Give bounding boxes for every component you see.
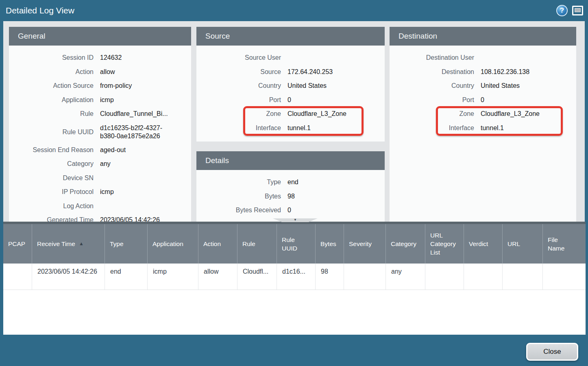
cell-category: any [385, 264, 425, 290]
column-header-bytes[interactable]: Bytes [315, 224, 344, 264]
field-label: Zone [390, 110, 474, 118]
field-value: any [100, 160, 111, 168]
field-label: Country [196, 82, 281, 89]
field-label: Action [9, 68, 94, 76]
field-label: Rule UUID [9, 129, 94, 136]
cell-verdict [464, 264, 502, 290]
cell-url-category-list [425, 264, 464, 290]
field-value: United States [481, 82, 520, 89]
column-header-severity[interactable]: Severity [344, 224, 385, 264]
field-destination-country: CountryUnited States [390, 79, 576, 93]
field-label: Device SN [9, 174, 94, 182]
panel-details: Details Typeend Bytes98 Bytes Received0 [196, 151, 385, 222]
help-icon[interactable]: ? [556, 5, 568, 16]
panel-details-header: Details [196, 151, 385, 170]
maximize-window-icon[interactable] [572, 6, 583, 15]
field-action: Actionallow [9, 65, 191, 79]
window-glyph [575, 8, 581, 12]
titlebar-icons: ? [556, 5, 583, 16]
field-bytes-received: Bytes Received0 [196, 203, 385, 218]
column-header-rule-uuid[interactable]: Rule UUID [277, 224, 315, 264]
field-label: Application [9, 96, 94, 104]
question-mark-glyph: ? [560, 7, 564, 15]
column-header-pcap[interactable]: PCAP [3, 224, 32, 264]
field-source: Source172.64.240.253 [196, 65, 385, 79]
cell-pcap [3, 264, 32, 290]
field-bytes: Bytes98 [196, 190, 385, 204]
field-value: tunnel.1 [481, 124, 504, 132]
field-label: Source [196, 68, 281, 76]
column-header-file-name[interactable]: File Name [542, 224, 585, 264]
field-value: 108.162.236.138 [481, 68, 529, 76]
field-device-sn: Device SN [9, 171, 191, 185]
column-header-application[interactable]: Application [147, 224, 198, 264]
column-header-url[interactable]: URL [502, 224, 542, 264]
cell-bytes: 98 [315, 264, 344, 290]
field-source-port: Port0 [196, 93, 385, 107]
field-label: IP Protocol [9, 188, 94, 196]
field-label: Destination User [390, 54, 474, 61]
field-label: Bytes Received [196, 207, 281, 214]
column-header-label: Receive Time [37, 240, 75, 248]
field-value: 124632 [100, 54, 122, 61]
panel-details-rows: Typeend Bytes98 Bytes Received0 [196, 170, 385, 218]
field-label: Port [196, 96, 281, 104]
field-source-interface: Interfacetunnel.1 [196, 121, 385, 135]
column-header-action[interactable]: Action [198, 224, 237, 264]
field-label: Generated Time [9, 216, 94, 222]
field-label: Zone [196, 110, 281, 118]
panel-source-header: Source [196, 27, 385, 46]
column-header-verdict[interactable]: Verdict [464, 224, 502, 264]
collapse-arrow-icon: ▼ [294, 218, 297, 222]
field-value: United States [287, 82, 327, 89]
field-label: Port [390, 96, 474, 104]
field-value: 172.64.240.253 [287, 68, 333, 76]
field-value: icmp [100, 188, 114, 196]
field-value: from-policy [100, 82, 132, 89]
log-table: PCAP Receive Time ▲ Type Application Act… [3, 222, 586, 335]
field-destination-port: Port0 [390, 93, 576, 107]
field-value: allow [100, 68, 115, 76]
detailed-log-view-dialog: Detailed Log View ? General Session ID12… [0, 0, 588, 366]
field-action-source: Action Sourcefrom-policy [9, 79, 191, 93]
field-value: Cloudflare_Tunnel_Bi... [100, 110, 168, 118]
panel-source: Source Source User Source172.64.240.253 … [196, 27, 385, 142]
panel-general-header: General [9, 27, 191, 46]
column-header-type[interactable]: Type [105, 224, 147, 264]
field-label: Interface [390, 124, 474, 132]
close-button[interactable]: Close [526, 343, 578, 361]
field-label: Category [9, 160, 94, 168]
cell-file-name [542, 264, 585, 290]
field-label: Bytes [196, 193, 281, 200]
field-value: 0 [287, 96, 291, 104]
field-category: Categoryany [9, 157, 191, 171]
field-value: end [287, 179, 298, 186]
field-destination-interface: Interfacetunnel.1 [390, 121, 576, 135]
field-value: 0 [287, 207, 291, 214]
field-label: Source User [196, 54, 281, 61]
panel-destination: Destination Destination User Destination… [390, 27, 576, 222]
field-label: Action Source [9, 82, 94, 89]
field-session-id: Session ID124632 [9, 51, 191, 65]
field-destination-user: Destination User [390, 51, 576, 65]
column-header-receive-time[interactable]: Receive Time ▲ [32, 224, 105, 264]
field-value: tunnel.1 [287, 124, 311, 132]
cell-rule-uuid: d1c16... [277, 264, 315, 290]
field-value: Cloudflare_L3_Zone [287, 110, 346, 118]
column-header-url-category-list[interactable]: URL Category List [425, 224, 464, 264]
panel-destination-header: Destination [390, 27, 576, 46]
titlebar: Detailed Log View ? [0, 0, 588, 21]
field-value: icmp [100, 96, 114, 104]
field-label: Type [196, 179, 281, 186]
field-label: Country [390, 82, 474, 89]
field-source-zone: ZoneCloudflare_L3_Zone [196, 107, 385, 121]
column-header-rule[interactable]: Rule [237, 224, 277, 264]
field-rule-uuid: Rule UUIDd1c16235-b2f2-4327-b380-0ae1875… [9, 121, 191, 143]
field-source-country: CountryUnited States [196, 79, 385, 93]
field-application: Applicationicmp [9, 93, 191, 107]
field-generated-time: Generated Time2023/06/05 14:42:26 [9, 213, 191, 222]
field-value: 0 [481, 96, 484, 104]
field-label: Interface [196, 124, 281, 132]
log-table-row[interactable]: 2023/06/05 14:42:26 end icmp allow Cloud… [3, 264, 586, 290]
column-header-category[interactable]: Category [385, 224, 425, 264]
